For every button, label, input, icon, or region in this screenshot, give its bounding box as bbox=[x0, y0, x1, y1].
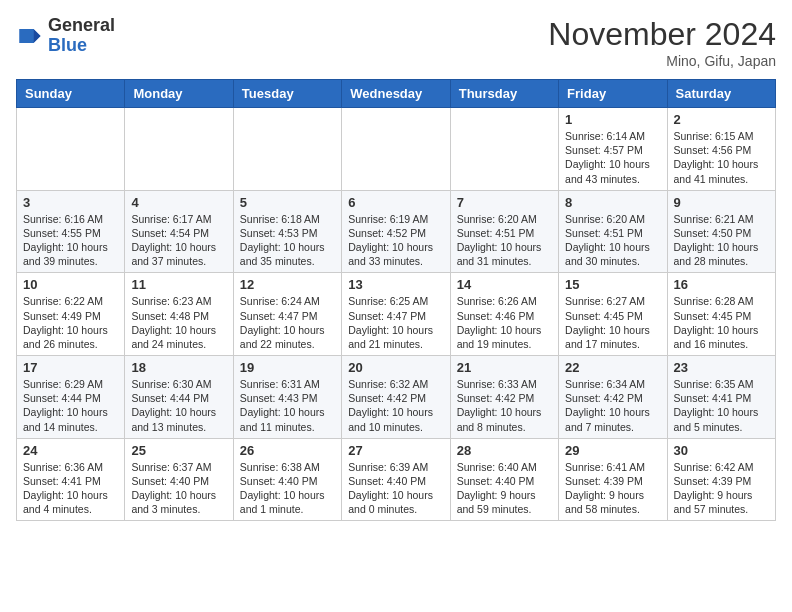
calendar-cell: 3Sunrise: 6:16 AM Sunset: 4:55 PM Daylig… bbox=[17, 190, 125, 273]
day-number: 11 bbox=[131, 277, 226, 292]
day-number: 9 bbox=[674, 195, 769, 210]
cell-info: Sunrise: 6:34 AM Sunset: 4:42 PM Dayligh… bbox=[565, 377, 660, 434]
day-number: 3 bbox=[23, 195, 118, 210]
calendar-cell: 23Sunrise: 6:35 AM Sunset: 4:41 PM Dayli… bbox=[667, 356, 775, 439]
cell-info: Sunrise: 6:31 AM Sunset: 4:43 PM Dayligh… bbox=[240, 377, 335, 434]
weekday-header-tuesday: Tuesday bbox=[233, 80, 341, 108]
calendar-cell: 16Sunrise: 6:28 AM Sunset: 4:45 PM Dayli… bbox=[667, 273, 775, 356]
day-number: 10 bbox=[23, 277, 118, 292]
calendar-cell bbox=[450, 108, 558, 191]
cell-info: Sunrise: 6:37 AM Sunset: 4:40 PM Dayligh… bbox=[131, 460, 226, 517]
calendar-cell: 9Sunrise: 6:21 AM Sunset: 4:50 PM Daylig… bbox=[667, 190, 775, 273]
day-number: 29 bbox=[565, 443, 660, 458]
cell-info: Sunrise: 6:38 AM Sunset: 4:40 PM Dayligh… bbox=[240, 460, 335, 517]
calendar-cell: 27Sunrise: 6:39 AM Sunset: 4:40 PM Dayli… bbox=[342, 438, 450, 521]
calendar-cell bbox=[233, 108, 341, 191]
day-number: 4 bbox=[131, 195, 226, 210]
calendar-cell: 24Sunrise: 6:36 AM Sunset: 4:41 PM Dayli… bbox=[17, 438, 125, 521]
calendar-cell bbox=[125, 108, 233, 191]
day-number: 21 bbox=[457, 360, 552, 375]
title-block: November 2024 Mino, Gifu, Japan bbox=[548, 16, 776, 69]
logo-general: General bbox=[48, 15, 115, 35]
svg-rect-2 bbox=[20, 29, 34, 43]
cell-info: Sunrise: 6:32 AM Sunset: 4:42 PM Dayligh… bbox=[348, 377, 443, 434]
day-number: 7 bbox=[457, 195, 552, 210]
calendar-cell: 13Sunrise: 6:25 AM Sunset: 4:47 PM Dayli… bbox=[342, 273, 450, 356]
cell-info: Sunrise: 6:28 AM Sunset: 4:45 PM Dayligh… bbox=[674, 294, 769, 351]
cell-info: Sunrise: 6:42 AM Sunset: 4:39 PM Dayligh… bbox=[674, 460, 769, 517]
calendar-cell: 26Sunrise: 6:38 AM Sunset: 4:40 PM Dayli… bbox=[233, 438, 341, 521]
calendar-cell: 10Sunrise: 6:22 AM Sunset: 4:49 PM Dayli… bbox=[17, 273, 125, 356]
weekday-header-row: SundayMondayTuesdayWednesdayThursdayFrid… bbox=[17, 80, 776, 108]
calendar-week-5: 24Sunrise: 6:36 AM Sunset: 4:41 PM Dayli… bbox=[17, 438, 776, 521]
logo: General Blue bbox=[16, 16, 115, 56]
calendar-cell: 17Sunrise: 6:29 AM Sunset: 4:44 PM Dayli… bbox=[17, 356, 125, 439]
cell-info: Sunrise: 6:19 AM Sunset: 4:52 PM Dayligh… bbox=[348, 212, 443, 269]
cell-info: Sunrise: 6:26 AM Sunset: 4:46 PM Dayligh… bbox=[457, 294, 552, 351]
calendar-cell: 2Sunrise: 6:15 AM Sunset: 4:56 PM Daylig… bbox=[667, 108, 775, 191]
calendar-cell bbox=[342, 108, 450, 191]
weekday-header-friday: Friday bbox=[559, 80, 667, 108]
logo-icon bbox=[16, 22, 44, 50]
page-header: General Blue November 2024 Mino, Gifu, J… bbox=[16, 16, 776, 69]
weekday-header-monday: Monday bbox=[125, 80, 233, 108]
calendar-cell: 1Sunrise: 6:14 AM Sunset: 4:57 PM Daylig… bbox=[559, 108, 667, 191]
day-number: 24 bbox=[23, 443, 118, 458]
calendar-cell: 5Sunrise: 6:18 AM Sunset: 4:53 PM Daylig… bbox=[233, 190, 341, 273]
cell-info: Sunrise: 6:30 AM Sunset: 4:44 PM Dayligh… bbox=[131, 377, 226, 434]
day-number: 20 bbox=[348, 360, 443, 375]
cell-info: Sunrise: 6:21 AM Sunset: 4:50 PM Dayligh… bbox=[674, 212, 769, 269]
weekday-header-sunday: Sunday bbox=[17, 80, 125, 108]
calendar-cell: 19Sunrise: 6:31 AM Sunset: 4:43 PM Dayli… bbox=[233, 356, 341, 439]
cell-info: Sunrise: 6:14 AM Sunset: 4:57 PM Dayligh… bbox=[565, 129, 660, 186]
day-number: 16 bbox=[674, 277, 769, 292]
logo-blue: Blue bbox=[48, 35, 87, 55]
calendar-cell: 8Sunrise: 6:20 AM Sunset: 4:51 PM Daylig… bbox=[559, 190, 667, 273]
cell-info: Sunrise: 6:24 AM Sunset: 4:47 PM Dayligh… bbox=[240, 294, 335, 351]
day-number: 19 bbox=[240, 360, 335, 375]
day-number: 6 bbox=[348, 195, 443, 210]
calendar-cell: 28Sunrise: 6:40 AM Sunset: 4:40 PM Dayli… bbox=[450, 438, 558, 521]
calendar-cell: 29Sunrise: 6:41 AM Sunset: 4:39 PM Dayli… bbox=[559, 438, 667, 521]
day-number: 5 bbox=[240, 195, 335, 210]
weekday-header-thursday: Thursday bbox=[450, 80, 558, 108]
weekday-header-wednesday: Wednesday bbox=[342, 80, 450, 108]
calendar-cell bbox=[17, 108, 125, 191]
day-number: 17 bbox=[23, 360, 118, 375]
svg-marker-1 bbox=[34, 29, 41, 43]
day-number: 15 bbox=[565, 277, 660, 292]
day-number: 26 bbox=[240, 443, 335, 458]
cell-info: Sunrise: 6:29 AM Sunset: 4:44 PM Dayligh… bbox=[23, 377, 118, 434]
cell-info: Sunrise: 6:41 AM Sunset: 4:39 PM Dayligh… bbox=[565, 460, 660, 517]
day-number: 14 bbox=[457, 277, 552, 292]
cell-info: Sunrise: 6:20 AM Sunset: 4:51 PM Dayligh… bbox=[565, 212, 660, 269]
calendar-cell: 18Sunrise: 6:30 AM Sunset: 4:44 PM Dayli… bbox=[125, 356, 233, 439]
cell-info: Sunrise: 6:27 AM Sunset: 4:45 PM Dayligh… bbox=[565, 294, 660, 351]
calendar-cell: 11Sunrise: 6:23 AM Sunset: 4:48 PM Dayli… bbox=[125, 273, 233, 356]
calendar-cell: 6Sunrise: 6:19 AM Sunset: 4:52 PM Daylig… bbox=[342, 190, 450, 273]
calendar-cell: 25Sunrise: 6:37 AM Sunset: 4:40 PM Dayli… bbox=[125, 438, 233, 521]
cell-info: Sunrise: 6:25 AM Sunset: 4:47 PM Dayligh… bbox=[348, 294, 443, 351]
calendar-week-1: 1Sunrise: 6:14 AM Sunset: 4:57 PM Daylig… bbox=[17, 108, 776, 191]
day-number: 1 bbox=[565, 112, 660, 127]
day-number: 23 bbox=[674, 360, 769, 375]
cell-info: Sunrise: 6:33 AM Sunset: 4:42 PM Dayligh… bbox=[457, 377, 552, 434]
calendar-cell: 22Sunrise: 6:34 AM Sunset: 4:42 PM Dayli… bbox=[559, 356, 667, 439]
cell-info: Sunrise: 6:18 AM Sunset: 4:53 PM Dayligh… bbox=[240, 212, 335, 269]
day-number: 2 bbox=[674, 112, 769, 127]
day-number: 22 bbox=[565, 360, 660, 375]
calendar-cell: 14Sunrise: 6:26 AM Sunset: 4:46 PM Dayli… bbox=[450, 273, 558, 356]
calendar-cell: 15Sunrise: 6:27 AM Sunset: 4:45 PM Dayli… bbox=[559, 273, 667, 356]
cell-info: Sunrise: 6:15 AM Sunset: 4:56 PM Dayligh… bbox=[674, 129, 769, 186]
month-title: November 2024 bbox=[548, 16, 776, 53]
cell-info: Sunrise: 6:39 AM Sunset: 4:40 PM Dayligh… bbox=[348, 460, 443, 517]
day-number: 30 bbox=[674, 443, 769, 458]
cell-info: Sunrise: 6:16 AM Sunset: 4:55 PM Dayligh… bbox=[23, 212, 118, 269]
day-number: 13 bbox=[348, 277, 443, 292]
day-number: 27 bbox=[348, 443, 443, 458]
day-number: 25 bbox=[131, 443, 226, 458]
cell-info: Sunrise: 6:23 AM Sunset: 4:48 PM Dayligh… bbox=[131, 294, 226, 351]
calendar-week-2: 3Sunrise: 6:16 AM Sunset: 4:55 PM Daylig… bbox=[17, 190, 776, 273]
cell-info: Sunrise: 6:36 AM Sunset: 4:41 PM Dayligh… bbox=[23, 460, 118, 517]
calendar-cell: 21Sunrise: 6:33 AM Sunset: 4:42 PM Dayli… bbox=[450, 356, 558, 439]
